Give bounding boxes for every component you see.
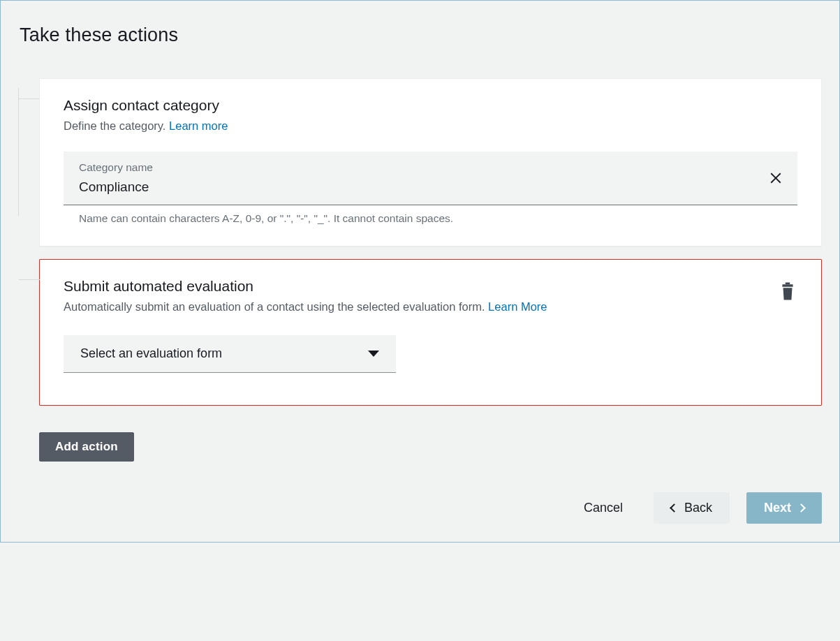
clear-input-icon[interactable] [768,170,783,186]
page-title: Take these actions [20,24,822,46]
back-button[interactable]: Back [654,492,730,524]
actions-tree: Assign contact category Define the categ… [18,78,822,462]
card1-title: Assign contact category [64,97,797,114]
evaluation-form-select-label: Select an evaluation form [80,346,222,361]
card1-learn-more-link[interactable]: Learn more [169,119,228,132]
page-container: Take these actions Assign contact catego… [1,1,839,542]
evaluation-form-select[interactable]: Select an evaluation form [64,335,396,373]
delete-action-button[interactable] [778,279,797,303]
chevron-left-icon [670,503,679,513]
wizard-footer: Cancel Back Next [18,492,822,524]
category-name-label: Category name [79,161,782,174]
svg-rect-2 [782,284,793,286]
card-submit-automated-evaluation: Submit automated evaluation Automaticall… [39,259,822,406]
add-action-button[interactable]: Add action [39,432,134,462]
card2-learn-more-link[interactable]: Learn More [488,300,547,313]
cancel-button[interactable]: Cancel [570,493,637,523]
card1-subtitle-text: Define the category. [64,119,165,132]
chevron-right-icon [797,503,806,513]
category-name-hint: Name can contain characters A-Z, 0-9, or… [79,212,797,225]
card1-subtitle: Define the category. Learn more [64,118,797,135]
card2-subtitle-text: Automatically submit an evaluation of a … [64,300,485,313]
next-button-label: Next [764,501,791,515]
next-button[interactable]: Next [746,492,822,524]
trash-icon [779,281,797,302]
caret-down-icon [368,351,379,357]
card2-subtitle: Automatically submit an evaluation of a … [64,299,764,316]
card2-title: Submit automated evaluation [64,278,764,295]
category-name-field[interactable]: Category name [64,152,797,205]
card-assign-contact-category: Assign contact category Define the categ… [39,78,822,246]
svg-rect-3 [786,282,790,284]
back-button-label: Back [684,501,712,515]
category-name-input[interactable] [79,178,782,196]
